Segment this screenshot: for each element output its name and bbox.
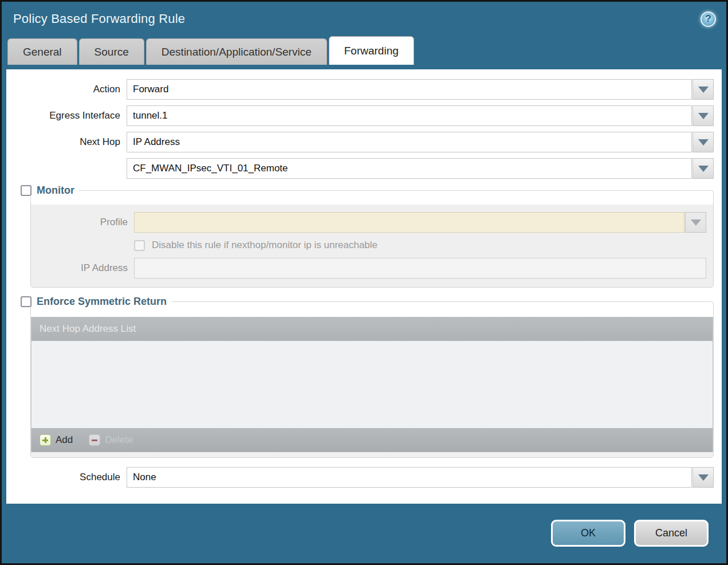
table-bottom-strip	[31, 452, 713, 457]
monitor-profile-label: Profile	[38, 217, 134, 228]
monitor-ip-address-input	[134, 258, 706, 278]
next-hop-row: Next Hop IP Address	[14, 132, 714, 152]
monitor-disable-rule-row: Disable this rule if nexthop/monitor ip …	[38, 240, 706, 251]
schedule-row: Schedule None	[14, 467, 714, 488]
next-hop-address-row: CF_MWAN_IPsec_VTI_01_Remote	[14, 158, 714, 179]
tab-destination-application-service[interactable]: Destination/Application/Service	[146, 38, 327, 65]
egress-interface-label: Egress Interface	[14, 110, 127, 121]
add-button[interactable]: Add	[40, 434, 73, 446]
symmetric-return-legend: Enforce Symmetric Return	[21, 296, 171, 308]
next-hop-label: Next Hop	[14, 136, 127, 148]
next-hop-address-list-toolbar: Add Delete	[32, 428, 713, 452]
symmetric-return-checkbox[interactable]	[21, 296, 32, 307]
disable-rule-label: Disable this rule if nexthop/monitor ip …	[152, 240, 377, 251]
pbf-rule-dialog: Policy Based Forwarding Rule ? General S…	[0, 0, 728, 565]
chevron-down-icon	[698, 139, 709, 146]
tab-source[interactable]: Source	[79, 38, 144, 65]
action-select[interactable]: Forward	[127, 79, 692, 100]
minus-icon	[89, 434, 100, 446]
next-hop-type-dropdown-button[interactable]	[692, 132, 714, 152]
egress-interface-dropdown-button[interactable]	[692, 105, 714, 126]
chevron-down-icon	[691, 219, 701, 226]
monitor-checkbox[interactable]	[21, 185, 32, 196]
monitor-section: Monitor Profile Disable th	[30, 185, 714, 288]
dialog-titlebar: Policy Based Forwarding Rule ?	[2, 2, 726, 36]
tab-general[interactable]: General	[7, 38, 77, 65]
tab-forwarding[interactable]: Forwarding	[329, 36, 414, 65]
next-hop-address-dropdown-button[interactable]	[692, 158, 714, 179]
dialog-title: Policy Based Forwarding Rule	[13, 11, 701, 26]
monitor-profile-select	[134, 212, 684, 233]
delete-button-label: Delete	[105, 434, 133, 446]
plus-icon	[40, 434, 51, 446]
chevron-down-icon	[698, 113, 709, 119]
help-icon[interactable]: ?	[701, 11, 716, 27]
tab-bar: General Source Destination/Application/S…	[2, 36, 726, 65]
monitor-profile-dropdown-button	[685, 212, 706, 233]
monitor-ip-address-row: IP Address	[38, 258, 706, 278]
monitor-ip-address-label: IP Address	[38, 262, 134, 274]
action-dropdown-button[interactable]	[692, 79, 714, 100]
tab-content-forwarding: Action Forward Egress Interface tunnel.1…	[6, 69, 722, 504]
cancel-button[interactable]: Cancel	[634, 520, 709, 547]
action-row: Action Forward	[14, 79, 714, 100]
ok-button[interactable]: OK	[551, 520, 625, 547]
monitor-profile-row: Profile	[38, 212, 706, 233]
chevron-down-icon	[698, 87, 709, 93]
egress-interface-row: Egress Interface tunnel.1	[14, 105, 714, 126]
add-button-label: Add	[56, 434, 73, 446]
symmetric-return-legend-label: Enforce Symmetric Return	[37, 296, 167, 308]
egress-interface-select[interactable]: tunnel.1	[127, 105, 692, 126]
next-hop-address-select[interactable]: CF_MWAN_IPsec_VTI_01_Remote	[127, 158, 692, 179]
next-hop-address-list-body[interactable]	[32, 341, 713, 428]
monitor-panel: Profile Disable this rule if nexthop/mon…	[31, 205, 713, 287]
schedule-select[interactable]: None	[127, 467, 692, 488]
monitor-legend-label: Monitor	[37, 185, 74, 197]
monitor-legend: Monitor	[21, 185, 79, 197]
schedule-label: Schedule	[14, 472, 127, 483]
disable-rule-checkbox	[134, 240, 145, 251]
action-label: Action	[14, 84, 127, 95]
next-hop-address-list-header: Next Hop Address List	[32, 317, 713, 341]
delete-button: Delete	[89, 434, 133, 446]
next-hop-type-select[interactable]: IP Address	[127, 132, 692, 152]
chevron-down-icon	[698, 166, 709, 172]
schedule-dropdown-button[interactable]	[692, 467, 714, 488]
next-hop-address-list-table: Next Hop Address List Add Delete	[31, 317, 713, 452]
symmetric-return-section: Enforce Symmetric Return Next Hop Addres…	[30, 296, 714, 458]
dialog-footer: OK Cancel	[2, 504, 726, 563]
chevron-down-icon	[698, 474, 709, 481]
